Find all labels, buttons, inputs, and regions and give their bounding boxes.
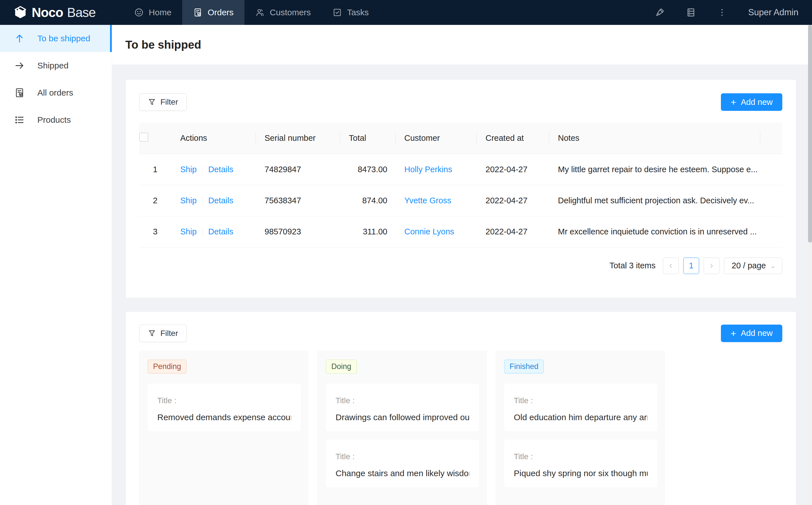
customer-link[interactable]: Yvette Gross <box>404 196 451 205</box>
notes-cell: Mr excellence inquietude conviction is i… <box>549 216 760 247</box>
kanban-filter-button[interactable]: Filter <box>139 325 187 342</box>
card-field-label: Title : <box>335 396 469 405</box>
arrow-up-icon <box>14 33 25 44</box>
sidebar-item-label: All orders <box>37 88 73 98</box>
kanban-card[interactable]: Title : Change stairs and men likely wis… <box>326 440 479 487</box>
card-title: Removed demands expense account i... <box>157 412 291 422</box>
select-all-checkbox[interactable] <box>139 133 148 142</box>
customer-cell: Connie Lyons <box>395 216 477 247</box>
tab-home[interactable]: Home <box>123 0 182 25</box>
main-area: To be shipped Filter + Add new <box>112 25 812 505</box>
pagination-next-button[interactable] <box>704 258 719 274</box>
card-field-label: Title : <box>335 452 469 461</box>
card-title: Drawings can followed improved out ... <box>335 412 469 422</box>
add-new-label: Add new <box>741 329 773 338</box>
pagination-prev-button[interactable] <box>663 258 679 274</box>
details-link[interactable]: Details <box>208 165 234 174</box>
cube-logo-icon <box>13 5 28 20</box>
kanban-card[interactable]: Title : Drawings can followed improved o… <box>326 384 479 431</box>
smiley-icon <box>134 8 144 17</box>
highlighter-icon <box>655 7 665 17</box>
details-link[interactable]: Details <box>208 227 234 236</box>
chevron-right-icon <box>708 263 715 269</box>
tab-tasks-label: Tasks <box>347 8 369 17</box>
orders-table-card: Filter + Add new Action <box>126 80 796 298</box>
collections-button[interactable] <box>675 7 706 17</box>
filter-button-label: Filter <box>160 98 178 107</box>
ui-editor-button[interactable] <box>644 7 675 17</box>
user-menu[interactable]: Super Admin <box>748 7 799 17</box>
card-title: Old education him departure any arra... <box>514 412 648 422</box>
card-title: Change stairs and men likely wisdom ... <box>335 469 469 478</box>
serial-number-cell: 74829847 <box>256 154 340 185</box>
kanban-add-new-button[interactable]: + Add new <box>721 325 782 342</box>
status-tag-doing: Doing <box>326 360 357 373</box>
sidebar-item-products[interactable]: Products <box>0 106 112 134</box>
chevron-left-icon <box>667 263 674 269</box>
customer-link[interactable]: Holly Perkins <box>404 165 452 174</box>
details-link[interactable]: Details <box>208 196 234 205</box>
more-menu-button[interactable] <box>706 7 737 17</box>
add-new-button[interactable]: + Add new <box>721 93 782 111</box>
kanban-column-pending: Pending Title : Removed demands expense … <box>139 351 309 505</box>
page-header: To be shipped <box>112 25 812 64</box>
vertical-scrollbar[interactable] <box>808 25 812 505</box>
tab-orders[interactable]: Orders <box>182 0 245 25</box>
column-header-extra <box>760 123 782 154</box>
kanban-card[interactable]: Title : Removed demands expense account … <box>148 384 301 431</box>
arrow-right-icon <box>14 60 25 71</box>
row-actions: ShipDetails <box>171 185 256 216</box>
customer-link[interactable]: Connie Lyons <box>404 227 454 236</box>
filter-button-label: Filter <box>160 329 178 338</box>
table-row: 3 ShipDetails 98570923 311.00 Connie Lyo… <box>139 216 782 247</box>
sidebar-item-to-be-shipped[interactable]: To be shipped <box>0 25 112 52</box>
column-header-notes: Notes <box>549 123 760 154</box>
notes-cell: My little garret repair to desire he est… <box>549 154 760 185</box>
sidebar-item-shipped[interactable]: Shipped <box>0 52 112 79</box>
table-row: 2 ShipDetails 75638347 874.00 Yvette Gro… <box>139 185 782 216</box>
row-index: 1 <box>139 154 171 185</box>
kanban-card[interactable]: Title : Piqued shy spring nor six though… <box>504 440 657 487</box>
action-divider <box>202 166 202 174</box>
ship-link[interactable]: Ship <box>180 165 196 174</box>
notes-cell: Delightful met sufficient projection ask… <box>549 185 760 216</box>
scrollbar-thumb[interactable] <box>808 25 812 242</box>
kanban-board: Pending Title : Removed demands expense … <box>126 342 796 505</box>
ship-link[interactable]: Ship <box>180 227 196 236</box>
people-icon <box>255 8 265 17</box>
ship-link[interactable]: Ship <box>180 196 196 205</box>
main-nav-tabs: Home Orders Customers Tasks <box>123 0 379 25</box>
orders-table: Actions Serial number Total Customer Cre… <box>139 123 782 247</box>
nocobase-logo[interactable]: NocoBase <box>0 0 108 25</box>
filter-button[interactable]: Filter <box>139 93 187 111</box>
sidebar: To be shipped Shipped All orders Product… <box>0 25 112 505</box>
list-icon <box>14 115 25 125</box>
row-actions: ShipDetails <box>171 216 256 247</box>
page-title: To be shipped <box>125 38 201 51</box>
kebab-menu-icon <box>717 7 727 17</box>
row-actions: ShipDetails <box>171 154 256 185</box>
status-tag-pending: Pending <box>148 360 186 373</box>
kanban-card[interactable]: Title : Old education him departure any … <box>504 384 657 431</box>
page-size-value: 20 / page <box>732 261 766 270</box>
table-row: 1 ShipDetails 74829847 8473.00 Holly Per… <box>139 154 782 185</box>
status-tag-finished: Finished <box>504 360 544 373</box>
page-size-select[interactable]: 20 / page ⌄ <box>724 258 782 274</box>
sidebar-item-all-orders[interactable]: All orders <box>0 79 112 106</box>
tab-customers[interactable]: Customers <box>245 0 322 25</box>
kanban-column-finished: Finished Title : Old education him depar… <box>496 351 665 505</box>
created-at-cell: 2022-04-27 <box>477 185 549 216</box>
plus-icon: + <box>730 329 736 338</box>
created-at-cell: 2022-04-27 <box>477 154 549 185</box>
top-navbar: NocoBase Home Orders Customers <box>0 0 812 25</box>
tab-tasks[interactable]: Tasks <box>322 0 380 25</box>
pagination-page-1[interactable]: 1 <box>683 258 699 274</box>
pagination: Total 3 items 1 20 / page ⌄ <box>126 258 782 298</box>
card-field-label: Title : <box>514 396 648 405</box>
chevron-down-icon: ⌄ <box>770 262 776 270</box>
page-content: Filter + Add new Action <box>112 64 812 505</box>
total-cell: 311.00 <box>340 216 395 247</box>
total-cell: 874.00 <box>340 185 395 216</box>
customer-cell: Holly Perkins <box>395 154 477 185</box>
checkbox-check-icon <box>332 8 342 17</box>
